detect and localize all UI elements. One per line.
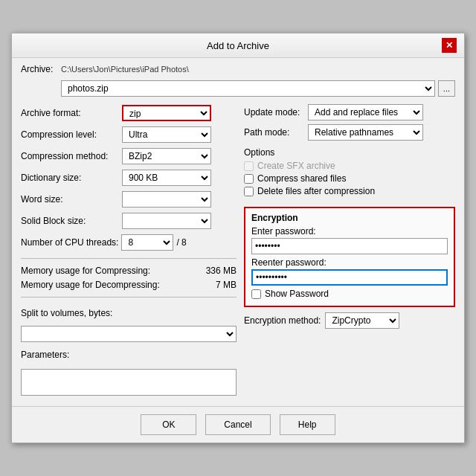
archive-path-row: Archive: C:\Users\Jon\Pictures\iPad Phot… [21,64,455,74]
show-password-row: Show Password [251,289,448,299]
format-select[interactable]: zip 7z tar [122,105,211,121]
update-mode-row: Update mode: Add and replace files Updat… [244,104,455,120]
create-sfx-label: Create SFX archive [257,161,335,171]
enter-password-label: Enter password: [251,226,448,237]
options-group: Options Create SFX archive Compress shar… [244,144,455,202]
update-mode-select[interactable]: Add and replace files Update and add fil… [308,104,423,120]
dict-label: Dictionary size: [21,173,118,183]
mem-decompress-value: 7 MB [192,280,237,290]
compress-shared-label: Compress shared files [257,173,346,184]
solid-label: Solid Block size: [21,216,118,226]
params-label-row: Parameters: [21,346,237,364]
enc-method-label: Encryption method: [244,315,321,326]
reenter-password-label: Reenter password: [251,257,448,268]
add-to-archive-dialog: Add to Archive ✕ Archive: C:\Users\Jon\P… [11,33,465,443]
mem-decompress-label: Memory usage for Decompressing: [21,280,160,290]
divider2 [21,297,237,298]
threads-select[interactable]: 8 4 2 1 [121,234,173,251]
split-select[interactable] [21,326,237,342]
split-label: Split to volumes, bytes: [21,308,118,318]
enc-method-select[interactable]: ZipCrypto AES-128 AES-256 [325,312,399,329]
split-row: Split to volumes, bytes: [21,304,237,322]
encryption-group: Encryption Enter password: Reenter passw… [244,207,455,307]
dialog-body: Archive: C:\Users\Jon\Pictures\iPad Phot… [12,58,464,402]
word-select[interactable] [122,191,211,208]
right-column: Update mode: Add and replace files Updat… [244,104,455,396]
help-button[interactable]: Help [280,414,335,435]
enter-password-input[interactable] [251,238,448,254]
ok-button[interactable]: OK [141,414,196,435]
compress-shared-row: Compress shared files [244,173,455,184]
word-label: Word size: [21,194,118,205]
delete-after-row: Delete files after compression [244,186,455,196]
path-mode-select[interactable]: Relative pathnames Full pathnames No pat… [308,124,423,141]
archive-path: C:\Users\Jon\Pictures\iPad Photos\ [61,65,455,74]
archive-label: Archive: [21,64,58,74]
close-button[interactable]: ✕ [442,38,457,53]
path-mode-label: Path mode: [244,127,303,138]
dict-select[interactable]: 900 KB 512 KB 1 MB [122,170,211,186]
method-label: Compression method: [21,151,118,161]
format-label: Archive format: [21,108,118,118]
solid-select[interactable] [122,213,211,229]
dict-size-row: Dictionary size: 900 KB 512 KB 1 MB [21,169,237,187]
threads-row: Number of CPU threads: 8 4 2 1 / 8 [21,234,237,251]
enc-method-row: Encryption method: ZipCrypto AES-128 AES… [244,312,455,329]
word-size-row: Word size: [21,190,237,208]
method-select[interactable]: BZip2 Deflate LZMA [122,148,211,164]
split-input-row [21,326,237,342]
mem-compress-value: 336 MB [192,266,237,276]
mem-compress-row: Memory usage for Compressing: 336 MB [21,266,237,276]
solid-block-row: Solid Block size: [21,212,237,230]
reenter-password-input[interactable] [251,269,448,286]
bottom-bar: OK Cancel Help [12,406,464,443]
params-label: Parameters: [21,350,69,360]
format-row: Archive format: zip 7z tar [21,104,237,122]
browse-button[interactable]: ... [438,80,455,97]
compress-shared-checkbox[interactable] [244,174,254,184]
cancel-button[interactable]: Cancel [205,414,270,435]
mem-compress-label: Memory usage for Compressing: [21,266,150,276]
dialog-title: Add to Archive [34,40,442,51]
options-label: Options [244,147,455,158]
divider1 [21,258,237,259]
params-input[interactable] [21,369,237,396]
left-column: Archive format: zip 7z tar Compression l… [21,104,237,396]
mem-decompress-row: Memory usage for Decompressing: 7 MB [21,280,237,290]
create-sfx-row: Create SFX archive [244,161,455,171]
create-sfx-checkbox[interactable] [244,161,254,171]
threads-total: / 8 [176,237,186,248]
path-mode-row: Path mode: Relative pathnames Full pathn… [244,124,455,141]
encryption-title: Encryption [251,213,448,223]
archive-file-select[interactable]: photos.zip [61,80,435,97]
update-mode-label: Update mode: [244,107,303,118]
title-bar: Add to Archive ✕ [12,33,464,58]
delete-after-label: Delete files after compression [257,186,375,196]
archive-file-row: photos.zip ... [61,80,455,97]
compression-level-row: Compression level: Ultra Maximum Normal … [21,126,237,144]
compression-method-row: Compression method: BZip2 Deflate LZMA [21,147,237,165]
show-password-checkbox[interactable] [251,289,261,299]
main-columns: Archive format: zip 7z tar Compression l… [21,104,455,396]
compression-select[interactable]: Ultra Maximum Normal Fast [122,126,211,143]
show-password-label: Show Password [265,289,329,299]
threads-label: Number of CPU threads: [21,237,118,248]
delete-after-checkbox[interactable] [244,187,254,196]
compression-label: Compression level: [21,129,118,140]
